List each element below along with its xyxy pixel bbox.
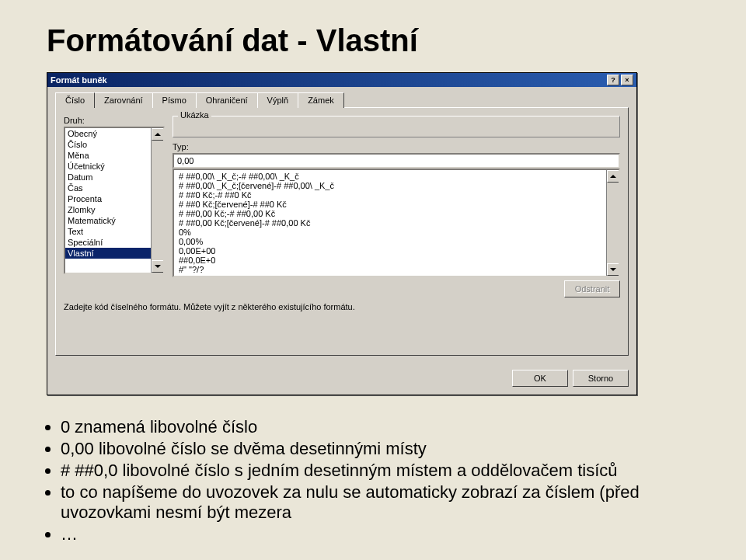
list-item[interactable]: 0,00E+00 (177, 246, 615, 256)
sample-fieldset: Ukázka (173, 116, 620, 137)
list-item[interactable]: 0% (177, 228, 615, 237)
list-item[interactable]: Číslo (65, 139, 163, 150)
tabs: Číslo Zarovnání Písmo Ohraničení Výplň Z… (55, 92, 629, 108)
bullet-item: 0 znamená libovolné číslo (61, 417, 699, 437)
list-item[interactable]: ##0,0E+0 (177, 256, 615, 265)
tab-font[interactable]: Písmo (152, 92, 197, 108)
scroll-up-icon[interactable] (607, 170, 619, 183)
sample-legend: Ukázka (178, 110, 211, 120)
tab-number[interactable]: Číslo (55, 92, 95, 108)
category-listbox[interactable]: Obecný Číslo Měna Účetnický Datum Čas Pr… (64, 127, 165, 274)
bullet-item: to co napíšeme do uvozovek za nulu se au… (61, 482, 699, 523)
list-item[interactable]: # ##0,00 Kč;-# ##0,00 Kč (177, 209, 615, 218)
slide: Formátování dat - Vlastní Formát buněk ?… (0, 0, 746, 560)
list-item[interactable]: Zlomky (65, 204, 163, 215)
tab-fill[interactable]: Výplň (257, 92, 299, 108)
close-button[interactable]: × (621, 75, 633, 85)
format-listbox[interactable]: # ##0,00\ _K_č;-# ##0,00\ _K_č # ##0,00\… (173, 169, 620, 277)
list-item[interactable]: #" "?/? (177, 265, 615, 274)
dialog-title: Formát buněk (51, 75, 107, 85)
list-item[interactable]: Měna (65, 150, 163, 161)
list-item[interactable]: Text (65, 226, 163, 237)
type-label: Typ: (173, 142, 620, 151)
right-column: Ukázka Typ: # ##0,00\ _K_č;-# ##0,00\ _K… (173, 116, 620, 297)
list-item[interactable]: Speciální (65, 237, 163, 248)
list-item[interactable]: Matematický (65, 215, 163, 226)
bullet-list: 0 znamená libovolné číslo 0,00 libovolné… (61, 417, 699, 544)
dialog-footer: OK Storno (47, 363, 636, 395)
dialog-body: Číslo Zarovnání Písmo Ohraničení Výplň Z… (47, 87, 636, 363)
tab-panel-number: Druh: Obecný Číslo Měna Účetnický Datum … (55, 107, 629, 356)
hint-text: Zadejte kód číselného formátu. Můžete vy… (64, 302, 620, 311)
list-item[interactable]: # ##0,00\ _K_č;[červené]-# ##0,00\ _K_č (177, 181, 615, 190)
bullet-item: 0,00 libovolné číslo se dvěma desetinným… (61, 439, 699, 459)
tab-alignment[interactable]: Zarovnání (94, 92, 153, 108)
list-item[interactable]: # ##0 Kč;[červené]-# ##0 Kč (177, 200, 615, 209)
slide-title: Formátování dat - Vlastní (47, 23, 699, 58)
cancel-button[interactable]: Storno (573, 370, 629, 387)
formatlist-scrollbar[interactable] (606, 170, 619, 276)
tab-border[interactable]: Ohraničení (196, 92, 258, 108)
category-column: Druh: Obecný Číslo Měna Účetnický Datum … (64, 116, 165, 297)
list-item[interactable]: Čas (65, 183, 163, 193)
list-item[interactable]: # ##0,00\ _K_č;-# ##0,00\ _K_č (177, 172, 615, 181)
delete-button[interactable]: Odstranit (564, 280, 620, 297)
help-button[interactable]: ? (607, 75, 619, 85)
scroll-down-icon[interactable] (607, 263, 619, 276)
tab-lock[interactable]: Zámek (298, 92, 344, 108)
list-item[interactable]: Vlastní (65, 248, 163, 259)
bullet-item: # ##0,0 libovolné číslo s jedním desetin… (61, 461, 699, 481)
list-item[interactable]: Datum (65, 172, 163, 183)
scroll-down-icon[interactable] (152, 260, 164, 273)
titlebar[interactable]: Formát buněk ? × (47, 73, 636, 87)
bullet-item: … (61, 524, 699, 544)
scroll-up-icon[interactable] (152, 128, 164, 141)
list-item[interactable]: # ##0 Kč;-# ##0 Kč (177, 190, 615, 200)
listbox-scrollbar[interactable] (151, 128, 163, 273)
list-item[interactable]: 0,00% (177, 237, 615, 246)
list-item[interactable]: Účetnický (65, 161, 163, 172)
category-label: Druh: (64, 116, 165, 125)
type-input[interactable] (173, 153, 620, 169)
list-item[interactable]: Obecný (65, 128, 163, 139)
list-item[interactable]: Procenta (65, 193, 163, 204)
format-cells-dialog: Formát buněk ? × Číslo Zarovnání Písmo O… (47, 72, 637, 395)
ok-button[interactable]: OK (512, 370, 568, 387)
list-item[interactable]: # ##0,00 Kč;[červené]-# ##0,00 Kč (177, 218, 615, 228)
